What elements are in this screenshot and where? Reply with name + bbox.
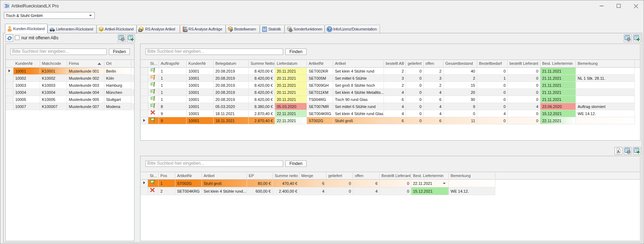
svg-text:?: ? (328, 27, 330, 31)
